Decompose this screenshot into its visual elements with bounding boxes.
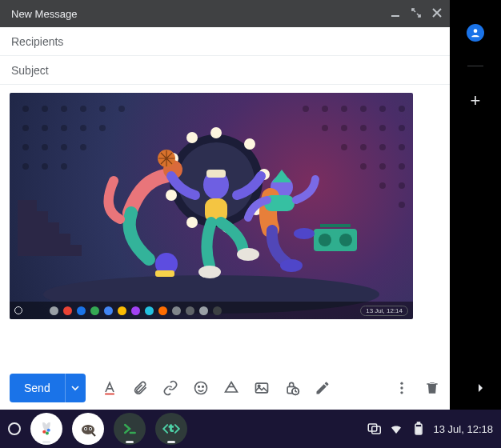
svg-point-75: [194, 382, 206, 394]
svg-point-32: [42, 163, 48, 170]
link-icon[interactable]: [162, 380, 178, 396]
send-button[interactable]: Send: [10, 374, 65, 402]
inner-app-dot: [131, 306, 140, 315]
svg-point-27: [341, 144, 347, 150]
svg-point-31: [22, 163, 29, 170]
shelf-app-code[interactable]: t: [155, 413, 187, 445]
shelf-app-terminal[interactable]: [114, 413, 146, 445]
recipients-input[interactable]: [11, 35, 439, 48]
svg-point-39: [399, 202, 405, 208]
format-text-icon[interactable]: [102, 380, 118, 396]
pen-icon[interactable]: [315, 380, 331, 396]
svg-point-18: [322, 125, 328, 131]
drive-icon[interactable]: [223, 380, 239, 396]
svg-point-2: [42, 106, 48, 112]
svg-rect-99: [417, 422, 419, 424]
os-shelf: t 13 Jul, 12:18: [0, 410, 501, 448]
svg-point-87: [42, 430, 46, 434]
attached-image[interactable]: 13 Jul, 12:14: [10, 93, 413, 319]
svg-point-24: [42, 144, 48, 150]
tray-datetime: 13 Jul, 12:18: [434, 423, 493, 435]
svg-point-76: [198, 386, 199, 388]
svg-rect-43: [18, 222, 59, 234]
svg-point-89: [47, 429, 50, 432]
inner-app-dot: [172, 306, 181, 315]
svg-point-56: [186, 132, 198, 143]
svg-point-29: [379, 144, 386, 150]
svg-point-10: [360, 106, 367, 112]
inner-launcher-icon: [14, 306, 22, 314]
svg-point-34: [360, 163, 367, 170]
trash-icon[interactable]: [424, 380, 440, 396]
compose-title: New Message: [11, 8, 391, 20]
inner-app-dot: [50, 306, 58, 315]
overview-icon[interactable]: [367, 422, 381, 436]
compose-window: New Message: [0, 0, 450, 410]
svg-point-22: [399, 125, 405, 131]
svg-point-53: [186, 217, 198, 228]
paperclip-icon[interactable]: [132, 380, 148, 396]
svg-point-37: [379, 182, 386, 189]
svg-rect-41: [18, 245, 82, 256]
system-tray[interactable]: 13 Jul, 12:18: [367, 422, 493, 436]
fullscreen-icon[interactable]: [411, 7, 421, 20]
inner-app-dot: [186, 306, 194, 315]
emoji-icon[interactable]: [193, 380, 209, 396]
send-options-dropdown[interactable]: [65, 374, 86, 402]
svg-point-3: [61, 106, 67, 112]
svg-point-36: [399, 163, 405, 170]
svg-point-67: [198, 266, 221, 278]
inner-app-dot: [158, 306, 167, 315]
svg-rect-60: [320, 224, 351, 227]
shelf-app-gimp[interactable]: [72, 413, 104, 445]
shelf-indicator: [126, 441, 134, 443]
subject-input[interactable]: [11, 64, 439, 77]
inner-app-dot: [104, 306, 113, 315]
svg-point-72: [294, 228, 315, 239]
shelf-app-paint[interactable]: [30, 413, 62, 445]
subject-field[interactable]: [0, 56, 450, 85]
compose-body[interactable]: 13 Jul, 12:14: [0, 85, 450, 366]
add-button[interactable]: +: [471, 90, 481, 111]
svg-point-20: [360, 125, 367, 131]
launcher-icon[interactable]: [8, 422, 21, 435]
svg-point-12: [399, 106, 405, 112]
svg-rect-45: [18, 200, 37, 211]
inner-app-dot: [118, 306, 126, 315]
svg-rect-63: [155, 270, 174, 277]
wifi-icon: [389, 422, 403, 436]
svg-point-23: [22, 144, 29, 150]
lock-clock-icon[interactable]: [284, 380, 300, 396]
svg-point-30: [399, 144, 405, 150]
svg-point-7: [303, 106, 309, 112]
svg-point-79: [258, 385, 260, 387]
inner-shelf-status: 13 Jul, 12:14: [360, 306, 408, 316]
more-vert-icon[interactable]: [394, 380, 410, 396]
svg-point-35: [379, 163, 386, 170]
svg-point-59: [339, 234, 352, 246]
svg-point-1: [22, 106, 29, 112]
svg-point-85: [400, 391, 403, 394]
svg-point-71: [280, 259, 303, 272]
send-button-group: Send: [10, 374, 86, 402]
expand-panel-icon[interactable]: [475, 380, 485, 397]
screenshot-inner-shelf: 13 Jul, 12:14: [10, 302, 413, 319]
svg-point-49: [244, 138, 255, 150]
svg-point-88: [46, 431, 49, 434]
close-icon[interactable]: [432, 7, 442, 20]
svg-point-5: [99, 106, 106, 112]
divider: [467, 66, 483, 66]
svg-point-4: [80, 106, 86, 112]
svg-text:t: t: [169, 424, 174, 433]
svg-rect-65: [206, 170, 226, 178]
recipients-field[interactable]: [0, 27, 450, 56]
svg-point-33: [61, 163, 67, 170]
minimize-icon[interactable]: [391, 7, 400, 20]
svg-point-16: [80, 125, 86, 131]
photo-icon[interactable]: [254, 380, 270, 396]
account-avatar[interactable]: [467, 24, 484, 42]
svg-point-86: [474, 29, 478, 33]
svg-point-6: [118, 106, 125, 112]
svg-point-11: [379, 106, 386, 112]
svg-point-17: [99, 125, 106, 131]
